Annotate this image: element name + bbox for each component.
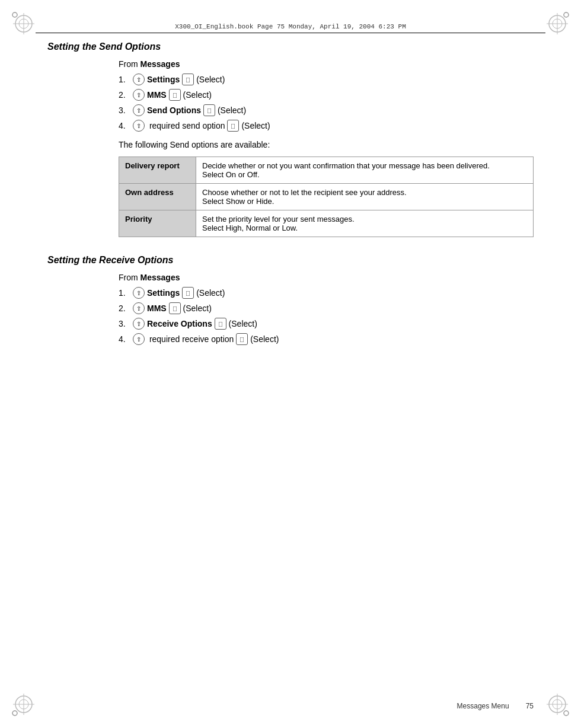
step-text-4: required send option bbox=[147, 121, 227, 130]
available-text: The following Send options are available… bbox=[119, 140, 534, 149]
step-text-2: MMS bbox=[147, 90, 169, 100]
corner-decoration-bl bbox=[12, 692, 36, 716]
step-suffix-2: (Select) bbox=[183, 90, 212, 100]
options-table: Delivery report Decide whether or not yo… bbox=[119, 157, 534, 237]
r-step-number-4: 4. bbox=[119, 334, 130, 344]
option-desc-own-address: Choose whether or not to let the recipie… bbox=[196, 184, 534, 210]
nav-icon-4: ⇧ bbox=[133, 120, 145, 132]
send-from-line: From Messages bbox=[119, 59, 534, 69]
header-text: X300_OI_English.book Page 75 Monday, Apr… bbox=[175, 23, 406, 30]
r-select-icon-4: ⎕ bbox=[236, 333, 248, 345]
send-step-1: 1. ⇧ Settings ⎕ (Select) bbox=[119, 74, 534, 85]
r-nav-icon-3: ⇧ bbox=[133, 318, 145, 330]
r-select-icon-3: ⎕ bbox=[215, 318, 226, 330]
select-icon-1: ⎕ bbox=[182, 74, 194, 85]
footer-label: Messages Menu bbox=[457, 702, 509, 710]
option-name-own-address: Own address bbox=[119, 184, 196, 210]
send-steps-list: 1. ⇧ Settings ⎕ (Select) 2. ⇧ MMS ⎕ (Sel… bbox=[119, 74, 534, 132]
table-row-priority: Priority Set the priority level for your… bbox=[119, 210, 534, 237]
step-text-3: Send Options bbox=[147, 106, 203, 115]
r-step-text-2: MMS bbox=[147, 304, 169, 313]
receive-from-bold: Messages bbox=[141, 273, 180, 282]
r-step-number-3: 3. bbox=[119, 319, 130, 328]
option-desc-priority: Set the priority level for your sent mes… bbox=[196, 210, 534, 237]
table-row-delivery: Delivery report Decide whether or not yo… bbox=[119, 157, 534, 184]
select-icon-2: ⎕ bbox=[169, 89, 181, 101]
step-suffix-3: (Select) bbox=[218, 106, 246, 115]
step-number-2: 2. bbox=[119, 90, 130, 100]
svg-point-4 bbox=[12, 12, 17, 17]
receive-steps-list: 1. ⇧ Settings ⎕ (Select) 2. ⇧ MMS ⎕ (Sel… bbox=[119, 287, 534, 345]
send-step-3: 3. ⇧ Send Options ⎕ (Select) bbox=[119, 104, 534, 116]
send-step-2: 2. ⇧ MMS ⎕ (Select) bbox=[119, 89, 534, 101]
svg-point-14 bbox=[12, 711, 17, 716]
select-icon-4: ⎕ bbox=[227, 120, 239, 132]
main-content: Setting the Send Options From Messages 1… bbox=[47, 41, 534, 692]
r-step-number-2: 2. bbox=[119, 304, 130, 313]
select-icon-3: ⎕ bbox=[203, 104, 215, 116]
header-bar: X300_OI_English.book Page 75 Monday, Apr… bbox=[36, 23, 545, 33]
r-nav-icon-4: ⇧ bbox=[133, 333, 145, 345]
r-nav-icon-1: ⇧ bbox=[133, 287, 145, 299]
send-from-bold: Messages bbox=[141, 59, 180, 69]
nav-icon-3: ⇧ bbox=[133, 104, 145, 116]
step-suffix-1: (Select) bbox=[196, 75, 225, 84]
receive-step-1: 1. ⇧ Settings ⎕ (Select) bbox=[119, 287, 534, 299]
table-row-own-address: Own address Choose whether or not to let… bbox=[119, 184, 534, 210]
r-step-suffix-3: (Select) bbox=[229, 319, 257, 328]
step-suffix-4: (Select) bbox=[241, 121, 270, 130]
step-number-3: 3. bbox=[119, 106, 130, 115]
r-step-suffix-4: (Select) bbox=[250, 334, 279, 344]
r-select-icon-1: ⎕ bbox=[182, 287, 194, 299]
option-desc-delivery: Decide whether or not you want confirmat… bbox=[196, 157, 534, 184]
r-nav-icon-2: ⇧ bbox=[133, 302, 145, 314]
corner-decoration-br bbox=[545, 692, 569, 716]
step-number-1: 1. bbox=[119, 75, 130, 84]
nav-icon-1: ⇧ bbox=[133, 74, 145, 85]
send-options-title: Setting the Send Options bbox=[47, 41, 534, 52]
r-step-text-1: Settings bbox=[147, 288, 182, 298]
receive-options-section: Setting the Receive Options From Message… bbox=[47, 255, 534, 345]
step-text-1: Settings bbox=[147, 75, 182, 84]
r-step-suffix-2: (Select) bbox=[183, 304, 212, 313]
r-step-suffix-1: (Select) bbox=[196, 288, 225, 298]
receive-step-2: 2. ⇧ MMS ⎕ (Select) bbox=[119, 302, 534, 314]
r-select-icon-2: ⎕ bbox=[169, 302, 181, 314]
send-options-section: Setting the Send Options From Messages 1… bbox=[47, 41, 534, 237]
receive-from-label: From bbox=[119, 273, 141, 282]
nav-icon-2: ⇧ bbox=[133, 89, 145, 101]
send-from-label: From bbox=[119, 59, 141, 69]
step-number-4: 4. bbox=[119, 121, 130, 130]
option-name-delivery: Delivery report bbox=[119, 157, 196, 184]
footer-page: 75 bbox=[526, 702, 534, 710]
receive-options-title: Setting the Receive Options bbox=[47, 255, 534, 266]
send-step-4: 4. ⇧ required send option ⎕ (Select) bbox=[119, 120, 534, 132]
corner-decoration-tl bbox=[12, 12, 36, 36]
r-step-text-3: Receive Options bbox=[147, 319, 215, 328]
r-step-text-4: required receive option bbox=[147, 334, 236, 344]
corner-decoration-tr bbox=[545, 12, 569, 36]
receive-step-4: 4. ⇧ required receive option ⎕ (Select) bbox=[119, 333, 534, 345]
receive-step-3: 3. ⇧ Receive Options ⎕ (Select) bbox=[119, 318, 534, 330]
option-name-priority: Priority bbox=[119, 210, 196, 237]
r-step-number-1: 1. bbox=[119, 288, 130, 298]
svg-point-9 bbox=[564, 12, 569, 17]
svg-point-19 bbox=[564, 711, 569, 716]
footer: Messages Menu 75 bbox=[47, 702, 534, 710]
footer-separator bbox=[514, 702, 526, 710]
receive-from-line: From Messages bbox=[119, 273, 534, 282]
